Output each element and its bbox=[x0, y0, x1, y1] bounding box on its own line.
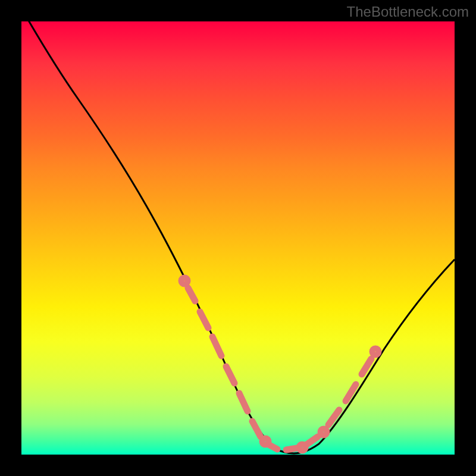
svg-point-16 bbox=[372, 349, 378, 355]
svg-point-14 bbox=[299, 444, 305, 450]
svg-line-0 bbox=[188, 288, 195, 301]
svg-line-1 bbox=[200, 312, 208, 328]
svg-point-12 bbox=[181, 278, 187, 284]
bottleneck-curve-line bbox=[21, 21, 455, 453]
svg-line-2 bbox=[212, 337, 221, 356]
svg-line-8 bbox=[306, 437, 318, 445]
highlight-dashes bbox=[181, 278, 378, 450]
svg-line-6 bbox=[270, 445, 277, 449]
svg-line-5 bbox=[252, 421, 261, 437]
svg-line-4 bbox=[239, 393, 248, 411]
curve-svg bbox=[21, 21, 455, 455]
svg-point-15 bbox=[321, 429, 327, 435]
svg-point-13 bbox=[262, 439, 268, 444]
svg-line-3 bbox=[226, 367, 234, 383]
svg-line-7 bbox=[286, 448, 298, 450]
watermark-text: TheBottleneck.com bbox=[347, 4, 469, 20]
svg-line-10 bbox=[346, 384, 356, 401]
plot-area bbox=[21, 21, 455, 455]
